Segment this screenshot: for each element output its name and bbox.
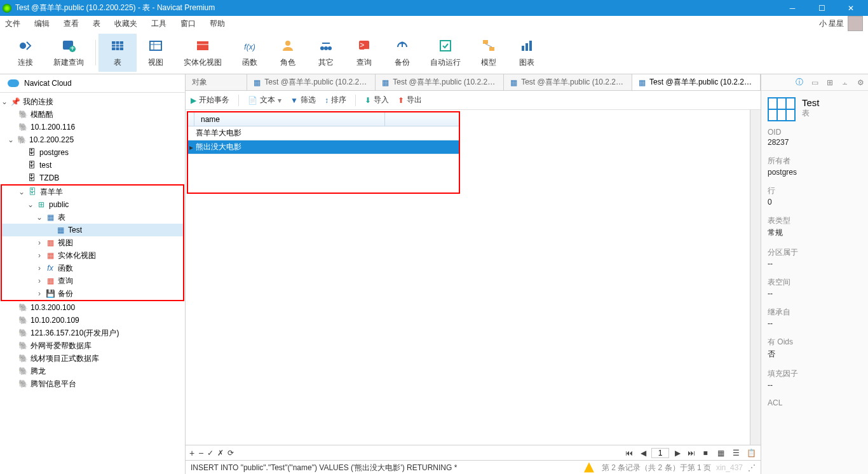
schema-icon: ⊞: [36, 200, 46, 210]
tree-conn-open[interactable]: ⌄🐘10.2.200.225: [0, 133, 185, 146]
sql-statement: INSERT INTO "public"."Test"("name") VALU…: [191, 461, 457, 475]
info-tab-rel[interactable]: ⊞: [825, 78, 835, 87]
tree-root[interactable]: ⌄📌我的连接: [0, 95, 185, 108]
tb-schedule[interactable]: 自动运行: [421, 34, 470, 72]
column-header-name[interactable]: name: [194, 112, 385, 126]
tab-test-3[interactable]: ▦Test @喜羊羊.public (10.2.20...: [504, 74, 632, 90]
svg-point-15: [285, 41, 290, 46]
info-tab-settings[interactable]: ⚙: [855, 78, 865, 87]
tb-view[interactable]: 视图: [137, 34, 175, 72]
last-page-button[interactable]: ⏭: [686, 447, 697, 459]
tree-table-test[interactable]: ▦Test: [2, 224, 183, 236]
data-grid[interactable]: name 喜羊羊大电影 ▸熊出没大电影: [187, 111, 460, 194]
info-tab-general[interactable]: ⓘ: [794, 77, 804, 88]
status-bar: INSERT INTO "public"."Test"("name") VALU…: [186, 460, 761, 474]
begin-transaction-button[interactable]: ▶开始事务: [191, 95, 229, 105]
tree-db[interactable]: 🗄test: [0, 159, 185, 172]
data-row[interactable]: 喜羊羊大电影: [188, 126, 459, 140]
info-subtitle: 表: [802, 108, 820, 119]
tb-matview[interactable]: 实体化视图: [175, 34, 231, 72]
apply-button[interactable]: ✓: [207, 449, 214, 457]
delete-row-button[interactable]: −: [198, 448, 203, 458]
tb-connection[interactable]: 连接: [6, 34, 44, 72]
tb-model[interactable]: 模型: [470, 34, 508, 72]
prop-value: 否: [768, 349, 862, 360]
tree-conn[interactable]: 🐘模酷酷: [0, 108, 185, 121]
menu-edit[interactable]: 编辑: [34, 18, 50, 29]
filter-button[interactable]: ▼筛选: [290, 95, 316, 105]
tree-db[interactable]: 🗄postgres: [0, 146, 185, 159]
tree-conn[interactable]: 🐘10.3.200.100: [0, 301, 185, 314]
tb-chart[interactable]: 图表: [508, 34, 546, 72]
cloud-header[interactable]: Navicat Cloud: [0, 74, 185, 92]
info-tabs: ⓘ ▭ ⊞ ⫠ ⚙: [761, 74, 868, 91]
tb-table[interactable]: 表: [98, 34, 137, 72]
tree-functions[interactable]: ›fx函数: [2, 262, 183, 274]
info-tab-preview[interactable]: ⫠: [840, 78, 850, 87]
first-page-button[interactable]: ⏮: [623, 447, 635, 459]
detail-view-button[interactable]: 📋: [745, 447, 757, 459]
tree-db[interactable]: 🗄TZDB: [0, 172, 185, 184]
resize-grip-icon[interactable]: ⋰: [748, 461, 756, 475]
vertical-scrollbar[interactable]: [750, 110, 761, 445]
tree-conn[interactable]: 🐘线材项目正式数据库: [0, 352, 185, 365]
maximize-button[interactable]: ☐: [807, 0, 836, 16]
user-name[interactable]: 小 星星: [819, 18, 844, 29]
data-row-selected[interactable]: ▸熊出没大电影: [188, 140, 459, 154]
tree-conn[interactable]: 🐘腾智信息平台: [0, 377, 185, 390]
avatar-icon[interactable]: [848, 16, 863, 31]
menu-help[interactable]: 帮助: [210, 18, 225, 29]
page-input[interactable]: [651, 448, 669, 458]
menu-tools[interactable]: 工具: [151, 18, 166, 29]
warning-icon[interactable]: [584, 463, 594, 473]
tb-function[interactable]: f(x)函数: [231, 34, 269, 72]
tree-conn[interactable]: 🐘外网哥爱帮数据库: [0, 339, 185, 352]
refresh-button[interactable]: ⟳: [227, 449, 234, 457]
stop-button[interactable]: ■: [700, 447, 711, 459]
svg-rect-27: [526, 43, 528, 51]
svg-rect-9: [150, 41, 161, 50]
close-button[interactable]: ✕: [836, 0, 865, 16]
info-tab-ddl[interactable]: ▭: [810, 78, 820, 87]
cancel-button[interactable]: ✗: [217, 449, 224, 457]
sort-button[interactable]: ↕排序: [325, 95, 346, 105]
tab-test-2[interactable]: ▦Test @喜羊羊.public (10.2.20...: [376, 74, 504, 90]
tab-test-1[interactable]: ▦Test @喜羊羊.public (10.2.20...: [247, 74, 376, 90]
tree-backups[interactable]: ›💾备份: [2, 287, 183, 300]
tree-conn[interactable]: 🐘腾龙: [0, 365, 185, 377]
tree-matviews[interactable]: ›▦实体化视图: [2, 249, 183, 262]
tree-schema[interactable]: ⌄⊞public: [2, 198, 183, 211]
minimize-button[interactable]: ─: [778, 0, 807, 16]
info-properties: OID28237 所有者postgres 行0 表类型常规 分区属于-- 表空间…: [761, 128, 868, 416]
prev-page-button[interactable]: ◀: [637, 447, 649, 459]
tree-db-open[interactable]: ⌄🗄喜羊羊: [2, 186, 183, 198]
form-view-button[interactable]: ☰: [730, 447, 742, 459]
next-page-button[interactable]: ▶: [672, 447, 683, 459]
table-icon: ▦: [510, 78, 517, 87]
import-button[interactable]: ⬇导入: [365, 95, 389, 105]
menu-window[interactable]: 窗口: [180, 18, 196, 29]
menu-view[interactable]: 查看: [64, 18, 79, 29]
add-row-button[interactable]: +: [189, 448, 194, 458]
tab-test-4[interactable]: ▦Test @喜羊羊.public (10.2.20...: [632, 74, 761, 90]
tree-queries[interactable]: ›▦查询: [2, 274, 183, 287]
tree-views[interactable]: ›▦视图: [2, 236, 183, 249]
tree-conn[interactable]: 🐘121.36.157.210(开发用户): [0, 327, 185, 339]
menu-favorites[interactable]: 收藏夹: [114, 18, 137, 29]
tree-conn[interactable]: 🐘10.1.200.116: [0, 121, 185, 133]
tb-query[interactable]: >_查询: [345, 34, 383, 72]
tree-conn[interactable]: 🐘10.10.200.109: [0, 314, 185, 327]
text-button[interactable]: 📄文本 ▾: [248, 95, 281, 105]
grid-view-button[interactable]: ▦: [715, 447, 726, 459]
tab-objects[interactable]: 对象: [186, 74, 247, 90]
tree-tables[interactable]: ⌄▦表: [2, 211, 183, 224]
export-button[interactable]: ⬆导出: [398, 95, 422, 105]
info-panel: ⓘ ▭ ⊞ ⫠ ⚙ Test 表 OID28237 所有者postgres 行0…: [761, 74, 868, 474]
tb-other[interactable]: 其它: [307, 34, 345, 72]
tb-newquery[interactable]: +新建查询: [44, 34, 93, 72]
tb-backup[interactable]: 备份: [383, 34, 421, 72]
window-title: Test @喜羊羊.public (10.2.200.225) - 表 - Na…: [15, 3, 215, 13]
menu-table[interactable]: 表: [93, 18, 100, 29]
tb-role[interactable]: 角色: [269, 34, 307, 72]
menu-file[interactable]: 文件: [5, 18, 20, 29]
